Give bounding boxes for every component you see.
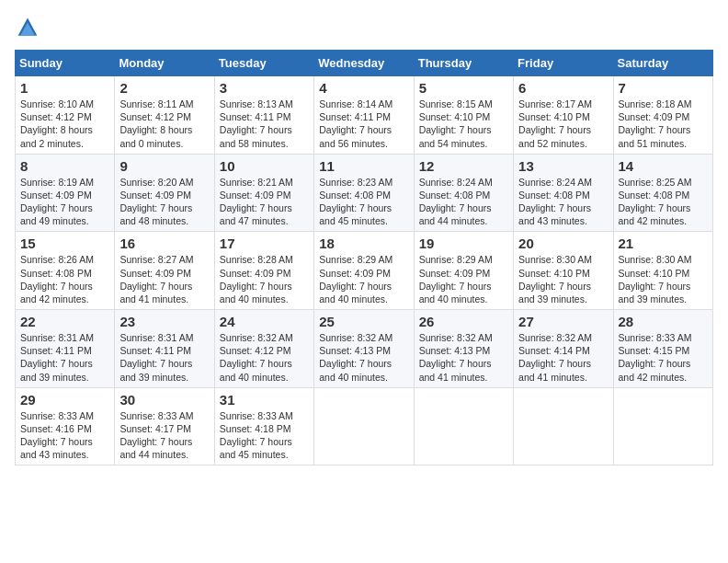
calendar-cell: 2 Sunrise: 8:11 AM Sunset: 4:12 PM Dayli… xyxy=(115,76,214,155)
calendar-week-3: 15 Sunrise: 8:26 AM Sunset: 4:08 PM Dayl… xyxy=(16,232,713,310)
calendar-cell: 12 Sunrise: 8:24 AM Sunset: 4:08 PM Dayl… xyxy=(414,154,513,232)
calendar-cell: 9 Sunrise: 8:20 AM Sunset: 4:09 PM Dayli… xyxy=(115,154,214,232)
calendar-cell: 6 Sunrise: 8:17 AM Sunset: 4:10 PM Dayli… xyxy=(514,76,613,155)
day-number: 9 xyxy=(119,158,209,174)
calendar-cell xyxy=(514,387,613,465)
day-info: Sunrise: 8:32 AM Sunset: 4:13 PM Dayligh… xyxy=(419,331,508,384)
day-info: Sunrise: 8:33 AM Sunset: 4:18 PM Dayligh… xyxy=(220,409,309,462)
logo xyxy=(15,15,39,39)
day-number: 10 xyxy=(220,158,309,174)
day-of-week-friday: Friday xyxy=(514,51,613,76)
day-of-week-wednesday: Wednesday xyxy=(314,51,414,76)
calendar-cell: 29 Sunrise: 8:33 AM Sunset: 4:16 PM Dayl… xyxy=(16,387,115,465)
calendar-cell: 7 Sunrise: 8:18 AM Sunset: 4:09 PM Dayli… xyxy=(613,76,712,155)
calendar-cell: 1 Sunrise: 8:10 AM Sunset: 4:12 PM Dayli… xyxy=(16,76,115,155)
day-info: Sunrise: 8:11 AM Sunset: 4:12 PM Dayligh… xyxy=(119,98,209,150)
day-info: Sunrise: 8:33 AM Sunset: 4:15 PM Dayligh… xyxy=(619,331,708,384)
day-number: 5 xyxy=(419,80,508,96)
day-number: 11 xyxy=(319,158,408,174)
calendar-cell: 27 Sunrise: 8:32 AM Sunset: 4:14 PM Dayl… xyxy=(514,310,613,388)
day-number: 14 xyxy=(619,158,708,174)
day-number: 15 xyxy=(20,236,109,251)
page-header xyxy=(15,15,713,39)
day-info: Sunrise: 8:10 AM Sunset: 4:12 PM Dayligh… xyxy=(20,98,109,150)
day-number: 2 xyxy=(119,80,209,96)
day-info: Sunrise: 8:33 AM Sunset: 4:17 PM Dayligh… xyxy=(119,409,209,462)
calendar-cell xyxy=(414,387,513,465)
day-of-week-saturday: Saturday xyxy=(613,51,712,76)
day-number: 1 xyxy=(20,80,109,96)
day-info: Sunrise: 8:29 AM Sunset: 4:09 PM Dayligh… xyxy=(419,253,508,305)
day-info: Sunrise: 8:25 AM Sunset: 4:08 PM Dayligh… xyxy=(619,176,708,228)
calendar-cell: 30 Sunrise: 8:33 AM Sunset: 4:17 PM Dayl… xyxy=(115,387,214,465)
day-info: Sunrise: 8:15 AM Sunset: 4:10 PM Dayligh… xyxy=(419,98,508,150)
day-info: Sunrise: 8:17 AM Sunset: 4:10 PM Dayligh… xyxy=(518,98,608,150)
calendar-cell: 18 Sunrise: 8:29 AM Sunset: 4:09 PM Dayl… xyxy=(314,232,414,310)
day-number: 28 xyxy=(619,314,708,329)
calendar-cell xyxy=(613,387,712,465)
day-number: 13 xyxy=(518,158,608,174)
day-info: Sunrise: 8:30 AM Sunset: 4:10 PM Dayligh… xyxy=(518,253,608,305)
day-of-week-monday: Monday xyxy=(115,51,214,76)
day-number: 27 xyxy=(518,314,608,329)
day-number: 3 xyxy=(220,80,309,96)
calendar-cell: 25 Sunrise: 8:32 AM Sunset: 4:13 PM Dayl… xyxy=(314,310,414,388)
calendar-cell: 21 Sunrise: 8:30 AM Sunset: 4:10 PM Dayl… xyxy=(613,232,712,310)
calendar-cell: 11 Sunrise: 8:23 AM Sunset: 4:08 PM Dayl… xyxy=(314,154,414,232)
calendar-cell: 20 Sunrise: 8:30 AM Sunset: 4:10 PM Dayl… xyxy=(514,232,613,310)
day-number: 18 xyxy=(319,236,408,251)
day-info: Sunrise: 8:24 AM Sunset: 4:08 PM Dayligh… xyxy=(518,176,608,228)
day-number: 22 xyxy=(20,314,109,329)
day-number: 31 xyxy=(220,392,309,408)
day-info: Sunrise: 8:26 AM Sunset: 4:08 PM Dayligh… xyxy=(20,253,109,305)
day-number: 20 xyxy=(518,236,608,251)
day-info: Sunrise: 8:24 AM Sunset: 4:08 PM Dayligh… xyxy=(419,176,508,228)
day-info: Sunrise: 8:27 AM Sunset: 4:09 PM Dayligh… xyxy=(119,253,209,305)
day-number: 21 xyxy=(619,236,708,251)
calendar-cell: 26 Sunrise: 8:32 AM Sunset: 4:13 PM Dayl… xyxy=(414,310,513,388)
day-of-week-sunday: Sunday xyxy=(16,51,115,76)
day-info: Sunrise: 8:18 AM Sunset: 4:09 PM Dayligh… xyxy=(619,98,708,150)
day-number: 23 xyxy=(119,314,209,329)
calendar-header-row: SundayMondayTuesdayWednesdayThursdayFrid… xyxy=(16,51,713,76)
day-number: 24 xyxy=(220,314,309,329)
day-info: Sunrise: 8:19 AM Sunset: 4:09 PM Dayligh… xyxy=(20,176,109,228)
day-info: Sunrise: 8:32 AM Sunset: 4:12 PM Dayligh… xyxy=(220,331,309,384)
calendar-cell: 8 Sunrise: 8:19 AM Sunset: 4:09 PM Dayli… xyxy=(16,154,115,232)
day-info: Sunrise: 8:32 AM Sunset: 4:14 PM Dayligh… xyxy=(518,331,608,384)
day-number: 19 xyxy=(419,236,508,251)
calendar-cell: 13 Sunrise: 8:24 AM Sunset: 4:08 PM Dayl… xyxy=(514,154,613,232)
day-number: 16 xyxy=(119,236,209,251)
day-info: Sunrise: 8:31 AM Sunset: 4:11 PM Dayligh… xyxy=(20,331,109,384)
day-info: Sunrise: 8:33 AM Sunset: 4:16 PM Dayligh… xyxy=(20,409,109,462)
calendar-cell: 5 Sunrise: 8:15 AM Sunset: 4:10 PM Dayli… xyxy=(414,76,513,155)
day-info: Sunrise: 8:29 AM Sunset: 4:09 PM Dayligh… xyxy=(319,253,408,305)
day-number: 4 xyxy=(319,80,408,96)
calendar-cell: 10 Sunrise: 8:21 AM Sunset: 4:09 PM Dayl… xyxy=(214,154,313,232)
day-info: Sunrise: 8:20 AM Sunset: 4:09 PM Dayligh… xyxy=(119,176,209,228)
calendar-week-2: 8 Sunrise: 8:19 AM Sunset: 4:09 PM Dayli… xyxy=(16,154,713,232)
day-number: 30 xyxy=(119,392,209,408)
calendar-cell: 24 Sunrise: 8:32 AM Sunset: 4:12 PM Dayl… xyxy=(214,310,313,388)
day-number: 17 xyxy=(220,236,309,251)
day-number: 7 xyxy=(619,80,708,96)
calendar-cell: 31 Sunrise: 8:33 AM Sunset: 4:18 PM Dayl… xyxy=(214,387,313,465)
calendar-table: SundayMondayTuesdayWednesdayThursdayFrid… xyxy=(15,50,713,465)
calendar-cell: 16 Sunrise: 8:27 AM Sunset: 4:09 PM Dayl… xyxy=(115,232,214,310)
calendar-cell: 22 Sunrise: 8:31 AM Sunset: 4:11 PM Dayl… xyxy=(16,310,115,388)
day-info: Sunrise: 8:21 AM Sunset: 4:09 PM Dayligh… xyxy=(220,176,309,228)
calendar-week-1: 1 Sunrise: 8:10 AM Sunset: 4:12 PM Dayli… xyxy=(16,76,713,155)
calendar-cell: 4 Sunrise: 8:14 AM Sunset: 4:11 PM Dayli… xyxy=(314,76,414,155)
day-info: Sunrise: 8:14 AM Sunset: 4:11 PM Dayligh… xyxy=(319,98,408,150)
day-number: 29 xyxy=(20,392,109,408)
calendar-cell: 23 Sunrise: 8:31 AM Sunset: 4:11 PM Dayl… xyxy=(115,310,214,388)
calendar-cell: 17 Sunrise: 8:28 AM Sunset: 4:09 PM Dayl… xyxy=(214,232,313,310)
calendar-week-4: 22 Sunrise: 8:31 AM Sunset: 4:11 PM Dayl… xyxy=(16,310,713,388)
calendar-cell xyxy=(314,387,414,465)
day-number: 6 xyxy=(518,80,608,96)
day-number: 26 xyxy=(419,314,508,329)
day-info: Sunrise: 8:32 AM Sunset: 4:13 PM Dayligh… xyxy=(319,331,408,384)
day-number: 25 xyxy=(319,314,408,329)
day-info: Sunrise: 8:30 AM Sunset: 4:10 PM Dayligh… xyxy=(619,253,708,305)
day-info: Sunrise: 8:31 AM Sunset: 4:11 PM Dayligh… xyxy=(119,331,209,384)
